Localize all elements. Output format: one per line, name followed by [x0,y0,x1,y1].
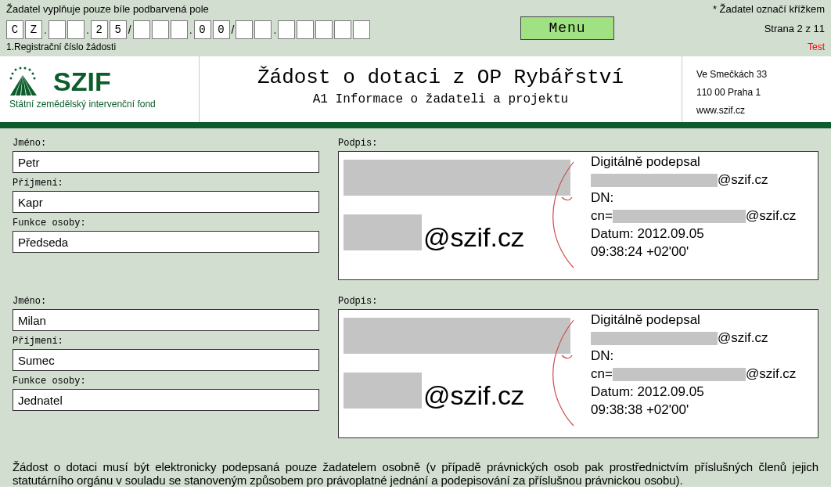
reg-cell[interactable]: 5 [110,20,127,39]
reg-cell[interactable]: 0 [213,20,230,39]
form-body: Jméno: Příjmení: Funkce osoby: Podpis: [0,128,831,460]
reg-cell[interactable] [152,20,169,39]
szif-logo-icon [9,66,47,97]
signed-by-label: Digitálně podepsal [591,311,815,329]
label-role: Funkce osoby: [13,218,319,229]
cn-prefix: cn= [591,366,613,381]
logo-text: SZIF [53,67,111,97]
reg-cell[interactable] [297,20,314,39]
reg-cell[interactable] [133,20,150,39]
svg-point-5 [32,73,34,75]
first-name-field[interactable] [13,151,319,173]
first-name-field[interactable] [13,309,319,331]
reg-cell[interactable]: 0 [194,20,211,39]
dot: . [273,23,276,36]
address-website: www.szif.cz [696,102,825,120]
signature-flourish-icon [527,316,589,434]
reg-cell[interactable] [353,20,370,39]
footer-text: Žádost o dotaci musí být elektronicky po… [0,460,831,487]
reg-cell[interactable]: 2 [91,20,108,39]
test-label: Test [808,41,825,52]
page-subtitle: A1 Informace o žadateli a projektu [200,92,682,106]
reg-cell[interactable] [278,20,295,39]
signature-big-text: @szif.cz [423,380,524,411]
form-page: Žadatel vyplňuje pouze bíle podbarvená p… [0,0,831,487]
reg-cell[interactable] [171,20,188,39]
label-signature: Podpis: [338,138,818,149]
dn-label: DN: [591,347,815,365]
reg-cell[interactable] [236,20,253,39]
svg-point-1 [20,67,22,70]
role-field[interactable] [13,389,319,411]
signature-big-text: @szif.cz [423,222,524,253]
address-line: 110 00 Praha 1 [696,84,825,102]
reg-cell[interactable] [315,20,333,39]
svg-point-7 [34,77,36,80]
address-cell: Ve Smečkách 33 110 00 Praha 1 www.szif.c… [682,56,831,122]
signature-flourish-icon [527,158,589,275]
email-suffix: @szif.cz [718,172,768,187]
label-role: Funkce osoby: [13,376,319,387]
signature-details: Digitálně podepsal @szif.cz DN: cn=@szif… [591,310,818,437]
time-value: 09:38:24 +02'00' [591,243,815,261]
svg-point-2 [24,67,27,70]
signature-box[interactable]: @szif.cz Digitálně podepsal @szif.cz DN:… [338,151,818,280]
svg-point-0 [15,69,17,71]
mark-instruction: * Žadatel označí křížkem [713,3,825,15]
title-cell: Žádost o dotaci z OP Rybářství A1 Inform… [199,56,682,122]
label-last-name: Příjmení: [13,178,319,189]
label-last-name: Příjmení: [13,336,319,347]
redacted-text [613,210,746,223]
signed-by-label: Digitálně podepsal [591,153,815,171]
fill-instruction: Žadatel vyplňuje pouze bíle podbarvená p… [6,3,209,15]
redacted-text [613,368,746,381]
logo-cell: SZIF Státní zemědělský intervenční fond [0,56,199,122]
dot: . [86,23,89,36]
page-title: Žádost o dotaci z OP Rybářství [200,66,682,89]
datum-label: Datum: [591,226,634,241]
datum-label: Datum: [591,384,634,399]
top-bar: Žadatel vyplňuje pouze bíle podbarvená p… [0,0,831,56]
dot: . [44,23,47,36]
slash: / [128,23,131,36]
reg-cell[interactable] [49,20,66,39]
label-signature: Podpis: [338,296,818,307]
reg-cell[interactable] [334,20,351,39]
svg-point-6 [10,77,13,80]
cn-prefix: cn= [591,208,613,223]
label-first-name: Jméno: [13,138,319,149]
datum-value: 2012.09.05 [638,384,704,399]
reg-cell[interactable]: Z [25,20,42,39]
signature-box[interactable]: @szif.cz Digitálně podepsal @szif.cz DN:… [338,309,818,438]
svg-point-4 [12,73,14,75]
page-indicator: Strana 2 z 11 [764,23,825,34]
slash: / [232,23,235,36]
last-name-field[interactable] [13,349,319,371]
redacted-text [591,332,718,345]
dot: . [189,23,192,36]
dn-suffix: @szif.cz [746,208,796,223]
person-block-2: Jméno: Příjmení: Funkce osoby: Podpis: [13,296,818,438]
last-name-field[interactable] [13,191,319,213]
signature-details: Digitálně podepsal @szif.cz DN: cn=@szif… [591,152,818,279]
reg-cell[interactable]: C [6,20,23,39]
reg-cell[interactable] [67,20,85,39]
logo-subtitle: Státní zemědělský intervenční fond [9,99,192,110]
svg-point-3 [29,69,31,71]
time-value: 09:38:38 +02'00' [591,401,815,419]
datum-value: 2012.09.05 [638,226,704,241]
role-field[interactable] [13,231,319,253]
header-band: SZIF Státní zemědělský intervenční fond … [0,56,831,128]
address-line: Ve Smečkách 33 [696,66,825,84]
dn-suffix: @szif.cz [746,366,796,381]
dn-label: DN: [591,189,815,207]
label-first-name: Jméno: [13,296,319,307]
person-block-1: Jméno: Příjmení: Funkce osoby: Podpis: [13,138,818,280]
registration-number-cells: C Z . . 2 5 / . 0 0 / [6,20,370,39]
email-suffix: @szif.cz [718,330,768,345]
registration-number-caption: 1.Registrační číslo žádosti [6,41,116,52]
redacted-text [591,174,718,187]
reg-cell[interactable] [254,20,272,39]
menu-button[interactable]: Menu [520,16,614,40]
